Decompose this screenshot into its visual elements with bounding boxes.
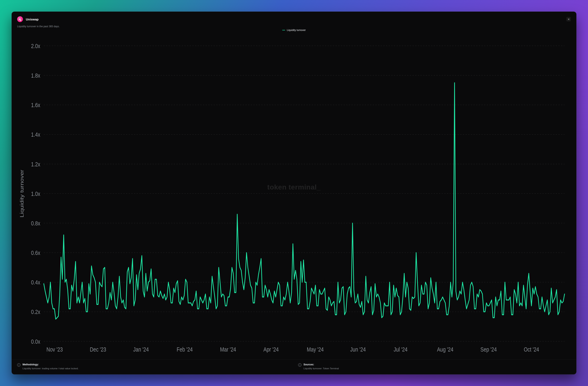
svg-text:Jul '24: Jul '24 (394, 346, 407, 353)
svg-text:May '24: May '24 (307, 346, 324, 353)
svg-text:Dec '23: Dec '23 (90, 346, 106, 353)
svg-text:Oct '24: Oct '24 (524, 346, 539, 353)
svg-text:Liquidity turnover: Liquidity turnover (19, 170, 25, 217)
svg-text:Mar '24: Mar '24 (220, 346, 236, 353)
svg-text:1.6x: 1.6x (31, 101, 40, 109)
svg-text:0.4x: 0.4x (31, 279, 40, 286)
svg-text:Nov '23: Nov '23 (46, 346, 63, 353)
svg-text:Jun '24: Jun '24 (350, 346, 366, 353)
svg-text:0.8x: 0.8x (31, 220, 40, 227)
svg-text:1.8x: 1.8x (31, 72, 40, 79)
uniswap-logo-icon: 🦄 (17, 16, 23, 22)
svg-text:Feb '24: Feb '24 (177, 346, 193, 353)
svg-text:Jan '24: Jan '24 (133, 346, 149, 353)
card-title: Uniswap (26, 18, 39, 21)
svg-text:1.4x: 1.4x (31, 131, 40, 138)
svg-text:0.2x: 0.2x (31, 308, 40, 315)
svg-text:1.0x: 1.0x (31, 190, 40, 197)
info-icon: i (298, 363, 301, 367)
chart-legend: Liquidity turnover (12, 29, 576, 32)
svg-text:Apr '24: Apr '24 (263, 346, 279, 353)
card-header: 🦄 Uniswap ✕ (12, 12, 576, 24)
card-footer: i Methodology: Liquidity turnover: tradi… (12, 360, 576, 374)
svg-text:Sep '24: Sep '24 (480, 346, 497, 353)
svg-text:0.6x: 0.6x (31, 249, 40, 256)
info-icon: i (17, 363, 21, 367)
close-button[interactable]: ✕ (566, 17, 571, 21)
methodology-text: Liquidity turnover: trading volume / tot… (22, 367, 79, 370)
chart-area: Liquidity turnover token terminal_ 0.0x0… (12, 28, 576, 360)
line-chart: 0.0x0.2x0.4x0.6x0.8x1.0x1.2x1.4x1.6x1.8x… (16, 29, 572, 360)
chart-card: 🦄 Uniswap ✕ Liquidity turnover in the pa… (12, 12, 576, 374)
svg-text:1.2x: 1.2x (31, 161, 40, 168)
svg-text:2.0x: 2.0x (31, 42, 40, 50)
sources-text: Liquidity turnover: Token Terminal (303, 367, 339, 370)
svg-text:Aug '24: Aug '24 (437, 346, 453, 353)
sources-block: i Sources: Liquidity turnover: Token Ter… (298, 363, 571, 370)
methodology-block: i Methodology: Liquidity turnover: tradi… (17, 363, 290, 370)
legend-label: Liquidity turnover (287, 29, 306, 32)
legend-swatch-icon (282, 30, 285, 30)
methodology-heading: Methodology: (22, 363, 79, 366)
card-subtitle: Liquidity turnover in the past 365 days. (12, 24, 576, 28)
svg-text:0.0x: 0.0x (31, 338, 40, 345)
sources-heading: Sources: (303, 363, 339, 366)
